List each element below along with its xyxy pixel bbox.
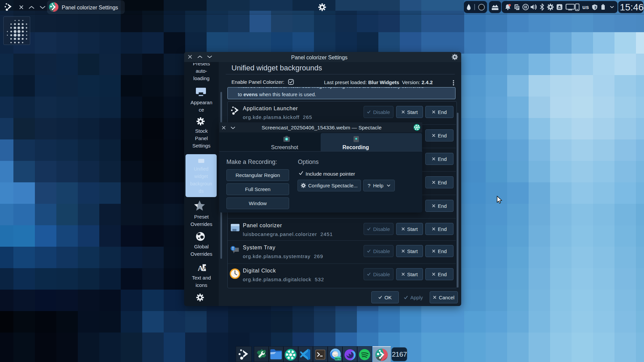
svg-text:A: A (203, 264, 206, 272)
svg-text:BETA: BETA (335, 358, 341, 360)
svg-text:A: A (198, 264, 203, 272)
